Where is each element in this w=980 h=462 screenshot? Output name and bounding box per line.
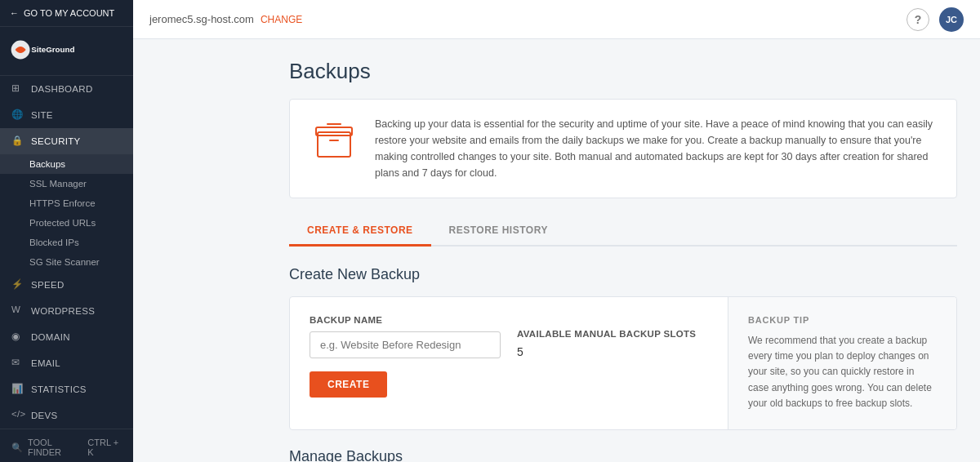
sidebar-item-site[interactable]: 🌐 SITE	[0, 102, 133, 128]
backup-name-label: Backup Name	[310, 315, 501, 325]
topbar-actions: ? JC	[906, 7, 964, 32]
banner-description: Backing up your data is essential for th…	[375, 116, 937, 181]
sidebar-label-devs: DEVS	[31, 411, 58, 420]
tabs: CREATE & RESTORE RESTORE HISTORY	[289, 216, 957, 247]
siteground-logo: SiteGround	[10, 38, 83, 61]
lock-icon: 🔒	[11, 135, 24, 148]
sidebar-sublabel-backups: Backups	[29, 159, 65, 169]
create-backup-form: Backup Name Available Manual Backup Slot…	[290, 297, 728, 429]
sidebar-label-statistics: STATISTICS	[31, 384, 87, 394]
tip-title: BACKUP TIP	[748, 315, 937, 325]
manage-section-title: Manage Backups	[289, 448, 957, 462]
tab-restore-history[interactable]: RESTORE HISTORY	[431, 216, 566, 247]
sidebar-label-email: EMAIL	[31, 358, 60, 368]
go-to-account-button[interactable]: ← GO TO MY ACCOUNT	[0, 0, 133, 27]
topbar: jeromec5.sg-host.com CHANGE ? JC	[133, 0, 980, 39]
sidebar-sublabel-protected: Protected URLs	[29, 218, 96, 228]
page-title: Backups	[289, 59, 957, 84]
logo: SiteGround	[0, 27, 133, 76]
sidebar-label-domain: DOMAIN	[31, 332, 70, 342]
sidebar-sublabel-ssl: SSL Manager	[29, 179, 87, 189]
domain-icon: ◉	[11, 331, 24, 344]
help-button[interactable]: ?	[906, 8, 929, 31]
sidebar-sublabel-https: HTTPS Enforce	[29, 198, 96, 208]
backup-name-group: Backup Name	[310, 315, 501, 358]
tool-finder[interactable]: 🔍 TOOL FINDER CTRL + K	[0, 429, 133, 462]
sidebar-item-devs[interactable]: </> DEVS	[0, 402, 133, 429]
globe-icon: 🌐	[11, 109, 24, 122]
devs-icon: </>	[11, 409, 24, 422]
tip-text: We recommend that you create a backup ev…	[748, 333, 937, 411]
available-slots-group: Available Manual Backup Slots 5	[517, 329, 708, 358]
main-content: Backups Backing up your data is essentia…	[266, 39, 980, 462]
create-section-title: Create New Backup	[289, 266, 957, 283]
tab-create-restore[interactable]: CREATE & RESTORE	[289, 216, 431, 247]
sidebar-subitem-sg-scanner[interactable]: SG Site Scanner	[0, 252, 133, 272]
lightning-icon: ⚡	[11, 278, 24, 291]
sidebar-label-dashboard: DASHBOARD	[31, 84, 93, 94]
sidebar-item-speed[interactable]: ⚡ SPEED	[0, 272, 133, 298]
hostname-text: jeromec5.sg-host.com	[149, 13, 254, 25]
tool-finder-shortcut: CTRL + K	[87, 438, 122, 457]
topbar-hostname: jeromec5.sg-host.com CHANGE	[149, 13, 302, 25]
sidebar: ← GO TO MY ACCOUNT SiteGround ⊞ DASHBOAR…	[0, 0, 133, 462]
sidebar-item-email[interactable]: ✉ EMAIL	[0, 350, 133, 376]
grid-icon: ⊞	[11, 82, 24, 96]
help-icon: ?	[915, 13, 922, 26]
sidebar-label-speed: SPEED	[31, 280, 65, 290]
backup-box-icon	[310, 116, 359, 165]
info-banner: Backing up your data is essential for th…	[289, 99, 957, 198]
tool-finder-label: TOOL FINDER	[28, 438, 79, 457]
sidebar-item-statistics[interactable]: 📊 STATISTICS	[0, 376, 133, 402]
svg-text:SiteGround: SiteGround	[31, 45, 74, 54]
sidebar-subitem-https-enforce[interactable]: HTTPS Enforce	[0, 193, 133, 213]
stats-icon: 📊	[11, 383, 24, 396]
arrow-left-icon: ←	[10, 8, 19, 18]
sidebar-subitem-backups[interactable]: Backups	[0, 154, 133, 174]
avatar-initials: JC	[946, 15, 957, 24]
available-slots-label: Available Manual Backup Slots	[517, 329, 708, 339]
sidebar-sublabel-blocked: Blocked IPs	[29, 238, 79, 247]
backup-tip: BACKUP TIP We recommend that you create …	[728, 297, 956, 429]
sidebar-nav: ⊞ DASHBOARD 🌐 SITE 🔒 SECURITY Backups SS…	[0, 76, 133, 429]
wordpress-icon: W	[11, 304, 24, 318]
email-icon: ✉	[11, 357, 24, 370]
backup-name-input[interactable]	[310, 331, 501, 358]
create-backup-button[interactable]: CREATE	[310, 371, 387, 398]
sidebar-item-wordpress[interactable]: W WORDPRESS	[0, 298, 133, 324]
sidebar-label-site: SITE	[31, 110, 53, 120]
sidebar-subitem-protected-urls[interactable]: Protected URLs	[0, 213, 133, 233]
available-slots-value: 5	[517, 345, 708, 358]
go-back-label: GO TO MY ACCOUNT	[24, 8, 114, 18]
search-icon: 🔍	[11, 442, 23, 453]
sidebar-label-wordpress: WORDPRESS	[31, 306, 95, 316]
sidebar-sublabel-scanner: SG Site Scanner	[29, 257, 100, 267]
sidebar-item-security[interactable]: 🔒 SECURITY	[0, 128, 133, 154]
sidebar-item-domain[interactable]: ◉ DOMAIN	[0, 324, 133, 350]
create-backup-card: Backup Name Available Manual Backup Slot…	[289, 296, 957, 430]
change-button[interactable]: CHANGE	[261, 14, 302, 25]
sidebar-item-dashboard[interactable]: ⊞ DASHBOARD	[0, 76, 133, 102]
sidebar-subitem-ssl-manager[interactable]: SSL Manager	[0, 174, 133, 193]
sidebar-subitem-blocked-ips[interactable]: Blocked IPs	[0, 233, 133, 252]
sidebar-label-security: SECURITY	[31, 136, 81, 146]
user-avatar[interactable]: JC	[939, 7, 964, 32]
